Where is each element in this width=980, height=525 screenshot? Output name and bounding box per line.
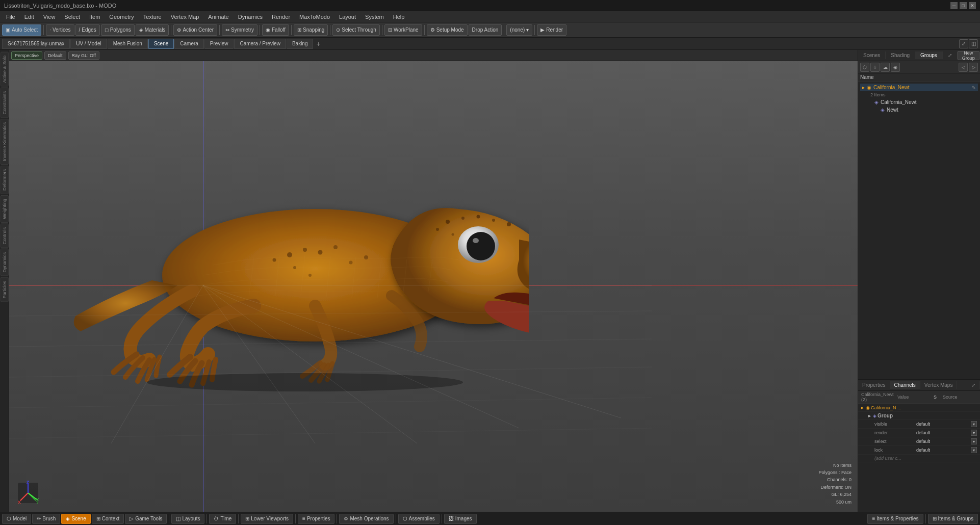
drop-action-button[interactable]: Drop Action: [469, 24, 502, 36]
materials-button[interactable]: ◈ Materials: [136, 24, 169, 36]
context-button[interactable]: ⊞ Context: [92, 514, 124, 524]
sidebar-tab-controls[interactable]: Controls: [1, 224, 9, 248]
add-tab-button[interactable]: +: [314, 39, 323, 48]
brush-button[interactable]: ✏ Brush: [32, 514, 60, 524]
items-properties-button[interactable]: ≡ Items & Properties: [867, 514, 923, 524]
render-button[interactable]: ▶ Render: [537, 24, 566, 36]
tab-camera[interactable]: Camera: [174, 39, 204, 49]
menu-vertexmap[interactable]: Vertex Map: [167, 13, 203, 21]
sidebar-tab-constraints[interactable]: Constraints: [1, 88, 9, 118]
tab-lay-unmax[interactable]: S4671751565:lay-unmax: [2, 39, 70, 49]
vertices-button[interactable]: · Vertices: [46, 24, 74, 36]
prop-row-visible[interactable]: visible default ▾: [858, 420, 980, 429]
game-tools-button[interactable]: ▷ Game Tools: [125, 514, 167, 524]
menu-file[interactable]: File: [2, 13, 19, 21]
menu-layout[interactable]: Layout: [335, 13, 360, 21]
action-center-button[interactable]: ⊕ Action Center: [173, 24, 217, 36]
lower-viewports-button[interactable]: ⊞ Lower Viewports: [241, 514, 293, 524]
channels-tab[interactable]: Channels: [890, 381, 920, 389]
sidebar-tab-weighting[interactable]: Weighting: [1, 195, 9, 223]
prop-row-parent[interactable]: ▸ ◉ California_N ...: [858, 404, 980, 412]
properties-tab[interactable]: Properties: [858, 381, 890, 389]
menu-dynamics[interactable]: Dynamics: [234, 13, 267, 21]
menu-render[interactable]: Render: [268, 13, 294, 21]
prop-row-add-user[interactable]: (add user c...: [858, 455, 980, 462]
rp-tool-4[interactable]: ◉: [891, 63, 900, 72]
menu-help[interactable]: Help: [389, 13, 409, 21]
shading-tab[interactable]: Shading: [886, 51, 915, 59]
viewport-canvas[interactable]: No Items Polygons : Face Channels: 0 Def…: [9, 61, 858, 512]
rp-tool-6[interactable]: ▷: [969, 63, 978, 72]
model-button[interactable]: ⬡ Model: [2, 514, 31, 524]
prop-lock-dropdown[interactable]: ▾: [971, 447, 977, 453]
prop-row-render[interactable]: render default ▾: [858, 429, 980, 437]
new-group-button[interactable]: New Group: [958, 51, 979, 60]
rp-tool-2[interactable]: ☆: [870, 63, 880, 72]
scenes-tab[interactable]: Scenes: [858, 51, 886, 59]
workplane-button[interactable]: ⊟ WorkPlane: [384, 24, 422, 36]
falloff-button[interactable]: ◉ Falloff: [262, 24, 289, 36]
mesh-operations-button[interactable]: ⚙ Mesh Operations: [339, 514, 393, 524]
default-shading-button[interactable]: Default: [44, 51, 66, 60]
expand-props-icon[interactable]: ⤢: [967, 381, 980, 389]
menu-select[interactable]: Select: [60, 13, 84, 21]
scene-tree[interactable]: ▸ ◉ California_Newt ✎ 2 Items ◈ Californ…: [858, 82, 980, 379]
scene-button[interactable]: ◈ Scene: [61, 514, 90, 524]
menu-texture[interactable]: Texture: [139, 13, 166, 21]
close-button[interactable]: ✕: [969, 2, 976, 9]
tree-item-newt-mesh[interactable]: ◈ Newt: [860, 106, 978, 114]
snapping-button[interactable]: ⊞ Snapping: [294, 24, 328, 36]
items-groups-button[interactable]: ⊞ Items & Groups: [928, 514, 978, 524]
panel-settings-icon[interactable]: ◫: [969, 39, 978, 48]
sidebar-tab-deformers[interactable]: Deformers: [1, 166, 9, 194]
tab-scene[interactable]: Scene: [148, 39, 174, 49]
polygons-button[interactable]: ◻ Polygons: [101, 24, 135, 36]
minimize-button[interactable]: ─: [950, 2, 958, 9]
none-dropdown[interactable]: (none) ▾: [506, 24, 532, 36]
menu-maxtomodo[interactable]: MaxToModo: [295, 13, 334, 21]
tab-baking[interactable]: Baking: [287, 39, 314, 49]
menu-item[interactable]: Item: [85, 13, 104, 21]
tree-item-california-newt-mesh[interactable]: ◈ California_Newt: [860, 98, 978, 106]
auto-select-button[interactable]: ▣ Auto Select: [2, 24, 41, 36]
menu-view[interactable]: View: [39, 13, 60, 21]
expand-right-icon[interactable]: ⤢: [943, 51, 958, 59]
sidebar-tab-dynamics[interactable]: Dynamics: [1, 249, 9, 276]
tree-item-california-newt-group[interactable]: ▸ ◉ California_Newt ✎: [860, 84, 978, 91]
setup-mode-button[interactable]: ⚙ Setup Mode: [427, 24, 468, 36]
menu-geometry[interactable]: Geometry: [105, 13, 138, 21]
symmetry-button[interactable]: ⇔ Symmetry: [222, 24, 257, 36]
prop-render-dropdown[interactable]: ▾: [971, 430, 977, 436]
tab-uv-model[interactable]: UV / Model: [70, 39, 107, 49]
ray-gl-button[interactable]: Ray GL: Off: [68, 51, 99, 60]
expand-icon[interactable]: ⤢: [959, 39, 968, 48]
tab-camera-preview[interactable]: Camera / Preview: [234, 39, 286, 49]
vertex-maps-tab[interactable]: Vertex Maps: [920, 381, 958, 389]
select-through-button[interactable]: ⊙ Select Through: [332, 24, 380, 36]
sidebar-tab-active-solo[interactable]: Active & Solo: [1, 52, 9, 87]
images-button[interactable]: 🖼 Images: [444, 514, 477, 524]
tab-mesh-fusion[interactable]: Mesh Fusion: [108, 39, 148, 49]
tab-preview[interactable]: Preview: [204, 39, 234, 49]
time-button[interactable]: ⏱ Time: [209, 514, 236, 524]
maximize-button[interactable]: □: [960, 2, 967, 9]
menu-edit[interactable]: Edit: [20, 13, 38, 21]
sidebar-tab-ik[interactable]: Inverse Kinematics: [1, 119, 9, 165]
rp-tool-1[interactable]: ⬡: [860, 63, 869, 72]
properties-status-button[interactable]: ≡ Properties: [298, 514, 334, 524]
edges-button[interactable]: / Edges: [75, 24, 100, 36]
assemblies-button[interactable]: ⬡ Assemblies: [398, 514, 440, 524]
prop-row-group[interactable]: ▸ ◈ Group: [858, 412, 980, 420]
sidebar-tab-particles[interactable]: Particles: [1, 277, 9, 302]
menu-system[interactable]: System: [361, 13, 388, 21]
rp-tool-5[interactable]: ◁: [959, 63, 968, 72]
prop-row-lock[interactable]: lock default ▾: [858, 446, 980, 455]
prop-visible-dropdown[interactable]: ▾: [971, 421, 977, 427]
layouts-button[interactable]: ◫ Layouts: [171, 514, 204, 524]
menu-animate[interactable]: Animate: [204, 13, 233, 21]
groups-tab[interactable]: Groups: [915, 51, 943, 59]
perspective-button[interactable]: Perspective: [11, 51, 42, 60]
prop-row-select[interactable]: select default ▾: [858, 437, 980, 446]
rp-tool-3[interactable]: ☁: [881, 63, 890, 72]
prop-select-dropdown[interactable]: ▾: [971, 438, 977, 444]
